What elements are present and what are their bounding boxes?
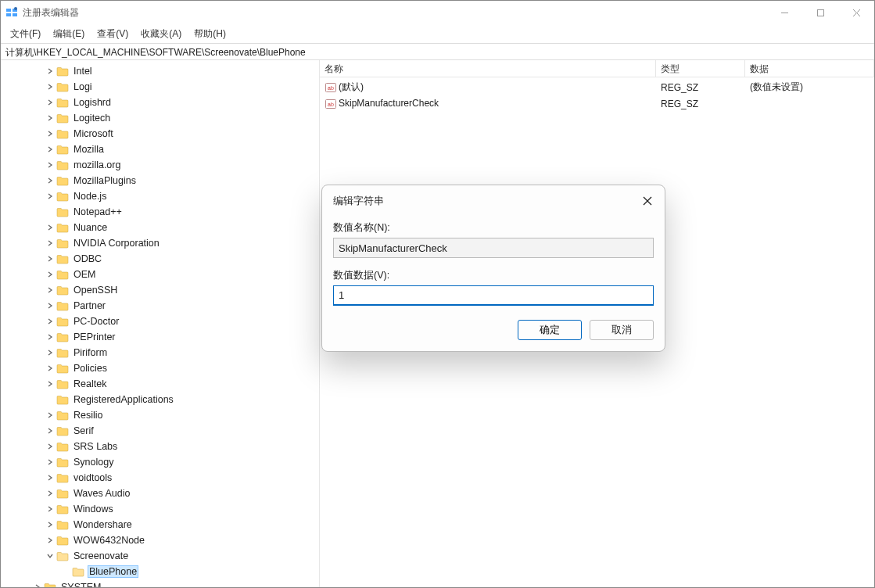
chevron-right-icon[interactable]: [45, 472, 56, 483]
tree-item[interactable]: MozillaPlugins: [1, 173, 319, 188]
tree-item[interactable]: RegisteredApplications: [1, 392, 319, 407]
menu-file[interactable]: 文件(F): [4, 25, 47, 43]
chevron-right-icon[interactable]: [45, 175, 56, 186]
value-row[interactable]: abSkipManufacturerCheckREG_SZ: [320, 95, 874, 112]
chevron-right-icon[interactable]: [45, 97, 56, 108]
column-data[interactable]: 数据: [745, 60, 874, 77]
chevron-right-icon[interactable]: [45, 332, 56, 342]
tree-item[interactable]: Logi: [1, 79, 319, 95]
tree-item-label: SYSTEM: [59, 581, 102, 587]
tree-item-label: Nuance: [72, 221, 109, 234]
tree-item[interactable]: Waves Audio: [1, 486, 319, 501]
chevron-right-icon[interactable]: [45, 222, 56, 233]
tree-item[interactable]: Screenovate: [1, 548, 319, 564]
tree-item[interactable]: PC-Doctor: [1, 314, 319, 329]
tree-item[interactable]: Nuance: [1, 220, 319, 235]
chevron-right-icon[interactable]: [45, 441, 56, 452]
tree-item[interactable]: Intel: [1, 63, 319, 79]
tree-item-label: ODBC: [72, 253, 103, 265]
value-type: REG_SZ: [656, 82, 745, 93]
tree-item[interactable]: SRS Labs: [1, 439, 319, 454]
tree-item[interactable]: mozilla.org: [1, 157, 319, 173]
tree-item[interactable]: Resilio: [1, 407, 319, 423]
tree-item[interactable]: PEPrinter: [1, 329, 319, 345]
tree-item[interactable]: Microsoft: [1, 126, 319, 142]
tree-item[interactable]: NVIDIA Corporation: [1, 235, 319, 251]
tree-item[interactable]: ODBC: [1, 251, 319, 267]
tree-item-label: BluePhone: [88, 565, 138, 578]
tree-item[interactable]: Partner: [1, 298, 319, 314]
svg-text:ab: ab: [328, 102, 334, 107]
tree-item[interactable]: Node.js: [1, 188, 319, 204]
tree-item[interactable]: Policies: [1, 360, 319, 376]
menu-help[interactable]: 帮助(H): [188, 25, 232, 43]
chevron-right-icon[interactable]: [45, 363, 56, 374]
tree-item-label: RegisteredApplications: [72, 393, 175, 406]
tree-item-label: Microsoft: [72, 127, 115, 140]
chevron-right-icon[interactable]: [45, 347, 56, 358]
chevron-right-icon[interactable]: [45, 269, 56, 280]
tree-item-label: NVIDIA Corporation: [72, 237, 161, 249]
chevron-right-icon[interactable]: [45, 66, 56, 77]
chevron-right-icon[interactable]: [45, 160, 56, 170]
tree-item[interactable]: Synology: [1, 454, 319, 470]
chevron-right-icon[interactable]: [45, 285, 56, 296]
tree-item-label: Serif: [72, 425, 95, 437]
tree-pane[interactable]: IntelLogiLogishrdLogitechMicrosoftMozill…: [1, 60, 320, 587]
tree-item[interactable]: SYSTEM: [1, 579, 319, 587]
tree-item[interactable]: Piriform: [1, 345, 319, 360]
tree-item[interactable]: OEM: [1, 267, 319, 282]
tree-item[interactable]: Windows: [1, 501, 319, 517]
tree-item[interactable]: Logitech: [1, 110, 319, 126]
chevron-right-icon[interactable]: [45, 410, 56, 421]
tree-item-label: Realtek: [72, 378, 108, 390]
chevron-right-icon[interactable]: [45, 128, 56, 139]
chevron-right-icon[interactable]: [45, 378, 56, 389]
chevron-right-icon[interactable]: [45, 144, 56, 155]
chevron-right-icon[interactable]: [45, 488, 56, 499]
tree-item[interactable]: Notepad++: [1, 204, 319, 220]
tree-item[interactable]: Serif: [1, 423, 319, 439]
column-name[interactable]: 名称: [320, 60, 656, 77]
tree-item[interactable]: OpenSSH: [1, 282, 319, 298]
tree-item[interactable]: Logishrd: [1, 95, 319, 110]
chevron-right-icon[interactable]: [32, 582, 43, 587]
chevron-right-icon[interactable]: [45, 300, 56, 311]
menu-favorites[interactable]: 收藏夹(A): [134, 25, 188, 43]
tree-item[interactable]: WOW6432Node: [1, 532, 319, 548]
svg-rect-0: [6, 9, 11, 12]
tree-item-label: Synology: [72, 456, 115, 468]
chevron-right-icon[interactable]: [45, 535, 56, 546]
value-row[interactable]: ab(默认)REG_SZ(数值未设置): [320, 79, 874, 95]
value-name: (默认): [339, 81, 364, 92]
chevron-right-icon[interactable]: [45, 504, 56, 514]
maximize-button[interactable]: [802, 1, 838, 24]
chevron-right-icon[interactable]: [45, 253, 56, 264]
tree-item[interactable]: voidtools: [1, 470, 319, 486]
chevron-right-icon[interactable]: [45, 191, 56, 202]
chevron-right-icon[interactable]: [45, 238, 56, 249]
chevron-right-icon[interactable]: [45, 457, 56, 468]
menu-edit[interactable]: 编辑(E): [47, 25, 91, 43]
window-title: 注册表编辑器: [23, 6, 766, 20]
tree-item[interactable]: Wondershare: [1, 517, 319, 532]
menu-view[interactable]: 查看(V): [91, 25, 134, 43]
chevron-right-icon[interactable]: [45, 519, 56, 530]
value-data: (数值未设置): [745, 81, 874, 94]
tree-item-label: Partner: [72, 299, 107, 312]
tree-item[interactable]: BluePhone: [1, 564, 319, 579]
address-bar[interactable]: 计算机\HKEY_LOCAL_MACHINE\SOFTWARE\Screenov…: [1, 43, 874, 60]
chevron-right-icon[interactable]: [45, 81, 56, 92]
tree-item[interactable]: Mozilla: [1, 142, 319, 157]
close-button[interactable]: [838, 1, 874, 24]
tree-item[interactable]: Realtek: [1, 376, 319, 392]
chevron-right-icon[interactable]: [45, 113, 56, 124]
chevron-right-icon[interactable]: [45, 425, 56, 436]
menubar: 文件(F) 编辑(E) 查看(V) 收藏夹(A) 帮助(H): [1, 24, 874, 43]
chevron-down-icon[interactable]: [45, 550, 56, 561]
chevron-right-icon[interactable]: [45, 316, 56, 327]
minimize-button[interactable]: [766, 1, 802, 24]
value-type: REG_SZ: [656, 99, 745, 109]
column-type[interactable]: 类型: [656, 60, 745, 77]
chevron-right-icon: [45, 206, 56, 217]
